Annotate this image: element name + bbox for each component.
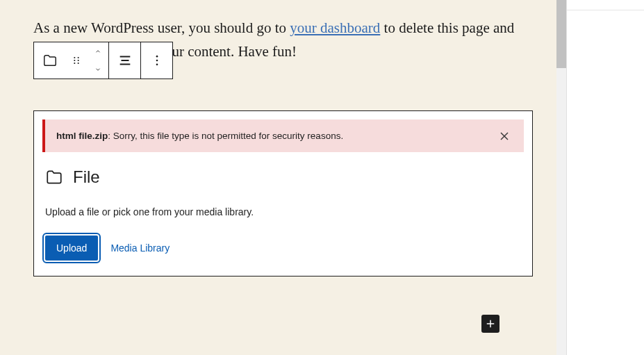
sidebar-divider <box>567 10 644 10</box>
file-icon <box>42 53 58 68</box>
options-button[interactable] <box>141 42 172 79</box>
svg-point-2 <box>74 60 75 61</box>
svg-point-10 <box>156 60 158 62</box>
media-library-button[interactable]: Media Library <box>110 242 170 254</box>
svg-point-5 <box>78 63 79 64</box>
svg-point-1 <box>78 57 79 58</box>
file-placeholder-title: File <box>73 167 100 187</box>
align-icon <box>117 53 133 68</box>
file-placeholder-instructions: Upload a file or pick one from your medi… <box>42 206 524 217</box>
editor-canvas: As a new WordPress user, you should go t… <box>0 0 566 355</box>
more-vertical-icon <box>150 53 164 67</box>
block-movers <box>88 42 108 79</box>
plus-icon <box>484 317 497 330</box>
drag-handle[interactable] <box>65 42 88 79</box>
error-filename: html file.zip <box>56 131 108 141</box>
upload-button[interactable]: Upload <box>45 236 98 261</box>
drag-icon <box>71 55 82 66</box>
file-block[interactable]: html file.zip: Sorry, this file type is … <box>33 110 533 276</box>
file-placeholder-header: File <box>42 167 524 187</box>
error-separator: : <box>108 131 113 141</box>
dismiss-error-button[interactable] <box>493 125 515 147</box>
svg-point-3 <box>78 60 79 61</box>
file-placeholder-actions: Upload Media Library <box>42 236 524 267</box>
add-block-button[interactable] <box>481 315 499 333</box>
editor-scrollbar-thumb[interactable] <box>556 0 566 68</box>
svg-point-9 <box>156 56 158 58</box>
dashboard-link[interactable]: your dashboard <box>290 19 380 36</box>
move-up-button[interactable] <box>88 42 108 60</box>
paragraph-text-before: As a new WordPress user, you should go t… <box>33 19 290 36</box>
align-button[interactable] <box>109 42 140 79</box>
editor-scrollbar-track[interactable] <box>556 0 566 355</box>
move-down-button[interactable] <box>88 60 108 79</box>
close-icon <box>497 129 511 143</box>
svg-point-0 <box>74 57 75 58</box>
block-toolbar <box>33 42 173 79</box>
chevron-up-icon <box>93 48 103 55</box>
file-icon <box>45 168 63 186</box>
error-text: Sorry, this file type is not permitted f… <box>113 131 343 141</box>
settings-sidebar <box>566 0 644 355</box>
error-notice: html file.zip: Sorry, this file type is … <box>42 119 524 152</box>
error-message: html file.zip: Sorry, this file type is … <box>56 131 490 141</box>
chevron-down-icon <box>93 66 103 73</box>
block-type-button[interactable] <box>34 42 65 79</box>
svg-point-11 <box>156 64 158 66</box>
svg-point-4 <box>74 63 75 64</box>
